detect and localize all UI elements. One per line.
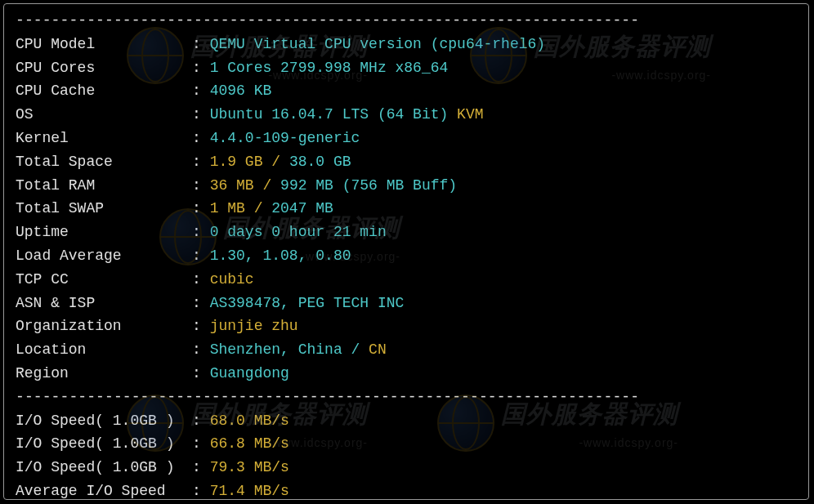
row-label: ASN & ISP	[16, 292, 192, 315]
colon-separator: :	[192, 244, 210, 268]
colon-separator: :	[192, 409, 210, 433]
colon-separator: :	[192, 33, 210, 56]
info-row: Uptime : 0 days 0 hour 21 min	[16, 221, 797, 244]
info-row: CPU Model : QEMU Virtual CPU version (cp…	[16, 33, 797, 56]
colon-separator: :	[192, 292, 210, 315]
row-label: CPU Cache	[16, 79, 192, 103]
row-value-segment: 992 MB	[271, 174, 342, 198]
row-value-segment: 0 days 0 hour 21 min	[210, 221, 387, 244]
divider-mid: ----------------------------------------…	[16, 386, 797, 409]
colon-separator: :	[192, 456, 210, 479]
row-value-segment: Guangdong	[210, 362, 289, 386]
row-value-segment: 66.8 MB/s	[210, 432, 289, 456]
colon-separator: :	[192, 127, 210, 150]
info-row: Total RAM : 36 MB / 992 MB (756 MB Buff)	[16, 174, 797, 198]
info-row: CPU Cores : 1 Cores 2799.998 MHz x86_64	[16, 56, 797, 80]
row-value-segment: 79.3 MB/s	[210, 456, 289, 479]
io-row: Average I/O Speed : 71.4 MB/s	[16, 479, 797, 500]
row-value-segment: cubic	[210, 268, 254, 292]
info-row: Region : Guangdong	[16, 362, 797, 386]
row-label: Total SWAP	[16, 197, 192, 221]
io-row: I/O Speed( 1.0GB ) : 79.3 MB/s	[16, 456, 797, 479]
row-value-segment: 2047 MB	[262, 197, 333, 221]
row-label: TCP CC	[16, 268, 192, 292]
row-value-segment: Shenzhen, China /	[210, 338, 369, 362]
info-row: Kernel : 4.4.0-109-generic	[16, 127, 797, 150]
colon-separator: :	[192, 79, 210, 103]
io-row: I/O Speed( 1.0GB ) : 68.0 MB/s	[16, 409, 797, 433]
row-label: Region	[16, 362, 192, 386]
row-value-segment: CN	[369, 338, 387, 362]
io-speed-block: I/O Speed( 1.0GB ) : 68.0 MB/sI/O Speed(…	[16, 409, 797, 500]
row-label: Kernel	[16, 127, 192, 150]
info-row: Load Average : 1.30, 1.08, 0.80	[16, 244, 797, 268]
row-value-segment: 71.4 MB/s	[210, 479, 289, 500]
row-label: CPU Cores	[16, 56, 192, 80]
row-label: Location	[16, 338, 192, 362]
info-row: TCP CC : cubic	[16, 268, 797, 292]
terminal-output: 国外服务器评测www.idcspy.org国外服务器评测www.idcspy.o…	[3, 3, 809, 500]
info-row: ASN & ISP : AS398478, PEG TECH INC	[16, 292, 797, 315]
row-label: Total RAM	[16, 174, 192, 198]
row-label: CPU Model	[16, 33, 192, 56]
colon-separator: :	[192, 150, 210, 174]
colon-separator: :	[192, 103, 210, 127]
row-label: OS	[16, 103, 192, 127]
row-value-segment: 1 Cores 2799.998 MHz x86_64	[210, 56, 449, 80]
colon-separator: :	[192, 174, 210, 198]
row-label: Total Space	[16, 150, 192, 174]
colon-separator: :	[192, 362, 210, 386]
colon-separator: :	[192, 221, 210, 244]
system-info-block: CPU Model : QEMU Virtual CPU version (cp…	[16, 33, 797, 386]
row-value-segment: 4096 KB	[210, 79, 272, 103]
row-value-segment: 1.9 GB /	[210, 150, 280, 174]
colon-separator: :	[192, 338, 210, 362]
row-label: I/O Speed( 1.0GB )	[16, 432, 192, 456]
row-label: Uptime	[16, 221, 192, 244]
row-label: Organization	[16, 314, 192, 338]
row-value-segment: AS398478, PEG TECH INC	[210, 292, 405, 315]
divider-top: ----------------------------------------…	[16, 9, 797, 33]
row-value-segment: 38.0 GB	[280, 150, 351, 174]
row-value-segment: 1.30, 1.08, 0.80	[210, 244, 351, 268]
info-row: Total SWAP : 1 MB / 2047 MB	[16, 197, 797, 221]
row-value-segment: junjie zhu	[210, 314, 298, 338]
row-value-segment: 68.0 MB/s	[210, 409, 289, 433]
info-row: OS : Ubuntu 16.04.7 LTS (64 Bit) KVM	[16, 103, 797, 127]
row-value-segment: KVM	[457, 103, 483, 127]
row-value-segment: 4.4.0-109-generic	[210, 127, 360, 150]
colon-separator: :	[192, 314, 210, 338]
row-label: I/O Speed( 1.0GB )	[16, 409, 192, 433]
colon-separator: :	[192, 432, 210, 456]
colon-separator: :	[192, 197, 210, 221]
info-row: Total Space : 1.9 GB / 38.0 GB	[16, 150, 797, 174]
row-label: Load Average	[16, 244, 192, 268]
colon-separator: :	[192, 268, 210, 292]
info-row: Organization : junjie zhu	[16, 314, 797, 338]
info-row: Location : Shenzhen, China / CN	[16, 338, 797, 362]
io-row: I/O Speed( 1.0GB ) : 66.8 MB/s	[16, 432, 797, 456]
row-value-segment: Ubuntu 16.04.7 LTS (64 Bit)	[210, 103, 457, 127]
row-label: Average I/O Speed	[16, 479, 192, 500]
row-value-segment: 36 MB /	[210, 174, 272, 198]
row-value-segment: QEMU Virtual CPU version (cpu64-rhel6)	[210, 33, 545, 56]
info-row: CPU Cache : 4096 KB	[16, 79, 797, 103]
colon-separator: :	[192, 56, 210, 80]
row-value-segment: 1 MB /	[210, 197, 263, 221]
row-value-segment: (756 MB Buff)	[342, 174, 457, 198]
colon-separator: :	[192, 479, 210, 500]
row-label: I/O Speed( 1.0GB )	[16, 456, 192, 479]
